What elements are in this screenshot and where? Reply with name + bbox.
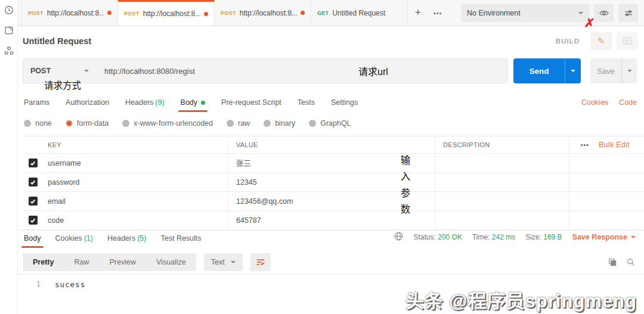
param-description[interactable] bbox=[435, 192, 569, 210]
header-actions: BUILD ✎ bbox=[556, 32, 638, 50]
request-tabs-strip: POST http://localhost:8... POST http://l… bbox=[18, 0, 447, 26]
row-checkbox-checked[interactable] bbox=[29, 158, 38, 167]
radio-x-www-form-urlencoded[interactable]: x-www-form-urlencoded bbox=[122, 119, 213, 128]
response-body-editor[interactable]: 1 sucess bbox=[18, 274, 644, 314]
history-icon[interactable] bbox=[4, 5, 14, 15]
row-checkbox-checked[interactable] bbox=[29, 216, 38, 225]
param-description[interactable] bbox=[435, 154, 569, 172]
environment-label: No Environment bbox=[467, 9, 521, 17]
bulk-edit-link[interactable]: Bulk Edit bbox=[599, 141, 630, 149]
format-dropdown[interactable]: Text bbox=[204, 253, 243, 271]
request-tab-3[interactable]: POST http://localhost:8... bbox=[215, 0, 311, 26]
radio-icon bbox=[122, 120, 129, 127]
chevron-down-icon bbox=[571, 70, 575, 74]
request-tab-list: Params Authorization Headers(9) Body Pre… bbox=[24, 98, 358, 112]
send-button[interactable]: Send bbox=[513, 58, 565, 83]
edit-button[interactable]: ✎ bbox=[590, 32, 612, 50]
wrap-lines-icon bbox=[256, 258, 265, 266]
environment-quick-look-button[interactable] bbox=[594, 4, 614, 22]
environment-selector[interactable]: No Environment bbox=[461, 4, 589, 22]
tab-method-badge: POST bbox=[28, 10, 44, 16]
tab-pre-request-script[interactable]: Pre-request Script bbox=[221, 98, 281, 112]
unsaved-dot-icon bbox=[107, 11, 112, 15]
param-description[interactable] bbox=[435, 173, 569, 191]
table-row: email 123456@qq.com bbox=[23, 192, 644, 211]
param-description[interactable] bbox=[435, 211, 569, 229]
param-key[interactable]: username bbox=[43, 154, 228, 172]
headers-count-badge: (9) bbox=[155, 98, 164, 107]
request-links: Cookies Code bbox=[581, 98, 637, 112]
tab-headers[interactable]: Headers(9) bbox=[125, 98, 165, 112]
pencil-icon: ✎ bbox=[597, 36, 605, 46]
tab-method-badge: GET bbox=[317, 10, 329, 16]
copy-icon[interactable] bbox=[608, 257, 617, 267]
url-input[interactable]: http://localhost:8080/regist bbox=[96, 59, 507, 83]
settings-button[interactable] bbox=[618, 4, 638, 22]
collections-icon[interactable] bbox=[4, 25, 14, 36]
apis-icon[interactable] bbox=[4, 45, 14, 56]
cookies-link[interactable]: Cookies bbox=[581, 98, 608, 107]
param-key[interactable]: email bbox=[43, 192, 228, 210]
row-checkbox-checked[interactable] bbox=[29, 178, 38, 186]
radio-raw[interactable]: raw bbox=[227, 119, 250, 128]
tab-authorization[interactable]: Authorization bbox=[66, 98, 109, 112]
environment-area: No Environment bbox=[456, 0, 644, 26]
view-pretty-button[interactable]: Pretty bbox=[23, 253, 64, 271]
view-preview-button[interactable]: Preview bbox=[99, 253, 145, 271]
tab-settings[interactable]: Settings bbox=[331, 98, 358, 112]
save-button[interactable]: Save bbox=[590, 58, 621, 83]
send-button-group: Send bbox=[513, 58, 581, 83]
radio-form-data[interactable]: form-data bbox=[66, 119, 109, 128]
response-tab-test-results[interactable]: Test Results bbox=[160, 234, 201, 248]
tab-tests[interactable]: Tests bbox=[298, 98, 315, 112]
globe-icon[interactable] bbox=[394, 231, 404, 243]
url-builder: POST http://localhost:8080/regist 请求url bbox=[23, 58, 507, 83]
page-title: Untitled Request bbox=[23, 36, 91, 46]
comment-button[interactable] bbox=[617, 32, 638, 50]
request-header: Untitled Request BUILD ✎ bbox=[18, 26, 644, 56]
request-tab-2-active[interactable]: POST http://localhost:8... bbox=[118, 0, 215, 26]
radio-none[interactable]: none bbox=[24, 119, 52, 128]
time-field: Time: 242 ms bbox=[472, 233, 515, 241]
method-annotation: 请求方式 bbox=[44, 78, 81, 91]
request-tab-1[interactable]: POST http://localhost:8... bbox=[21, 0, 118, 26]
param-key[interactable]: code bbox=[43, 211, 228, 229]
response-tab-headers[interactable]: Headers(5) bbox=[107, 234, 147, 248]
table-options-button[interactable]: ••• bbox=[580, 141, 589, 148]
wrap-lines-button[interactable] bbox=[250, 253, 271, 271]
input-params-annotation: 输入参数 bbox=[398, 155, 412, 220]
radio-graphql[interactable]: GraphQL bbox=[309, 119, 351, 128]
response-tabs: Body Cookies(1) Headers(5) Test Results bbox=[24, 234, 202, 248]
code-link[interactable]: Code bbox=[619, 98, 637, 107]
tab-method-badge: POST bbox=[124, 11, 140, 17]
new-tab-button[interactable]: + bbox=[408, 0, 428, 26]
chevron-down-icon bbox=[84, 70, 89, 74]
column-header-key: KEY bbox=[43, 136, 228, 153]
format-value: Text bbox=[211, 258, 225, 266]
request-tab-4[interactable]: GET Untitled Request bbox=[311, 0, 408, 26]
response-tab-cookies[interactable]: Cookies(1) bbox=[55, 234, 93, 248]
table-header-row: KEY VALUE DESCRIPTION ••• Bulk Edit bbox=[23, 136, 644, 154]
method-value: POST bbox=[30, 67, 51, 75]
chevron-down-icon bbox=[231, 261, 236, 266]
view-visualize-button[interactable]: Visualize bbox=[146, 253, 196, 271]
tab-title: http://localhost:8... bbox=[47, 9, 104, 17]
send-options-button[interactable] bbox=[565, 58, 581, 83]
tab-options-button[interactable]: ••• bbox=[428, 0, 447, 26]
param-key[interactable]: password bbox=[43, 173, 228, 191]
chevron-down-icon bbox=[627, 70, 632, 74]
radio-binary[interactable]: binary bbox=[264, 119, 295, 128]
url-row: POST http://localhost:8080/regist 请求url … bbox=[23, 58, 637, 83]
response-view-toolbar: Pretty Raw Preview Visualize Text bbox=[23, 253, 636, 272]
response-tab-body[interactable]: Body bbox=[24, 234, 41, 248]
save-options-button[interactable] bbox=[621, 58, 637, 83]
row-checkbox-checked[interactable] bbox=[29, 197, 38, 206]
radio-icon bbox=[24, 120, 31, 127]
save-response-button[interactable]: Save Response bbox=[572, 233, 636, 241]
search-icon[interactable] bbox=[626, 257, 636, 267]
tab-params[interactable]: Params bbox=[24, 98, 49, 112]
tab-body[interactable]: Body bbox=[181, 98, 206, 112]
view-raw-button[interactable]: Raw bbox=[64, 253, 99, 271]
build-mode-label: BUILD bbox=[556, 38, 580, 45]
view-mode-switcher: Pretty Raw Preview Visualize bbox=[23, 253, 196, 271]
